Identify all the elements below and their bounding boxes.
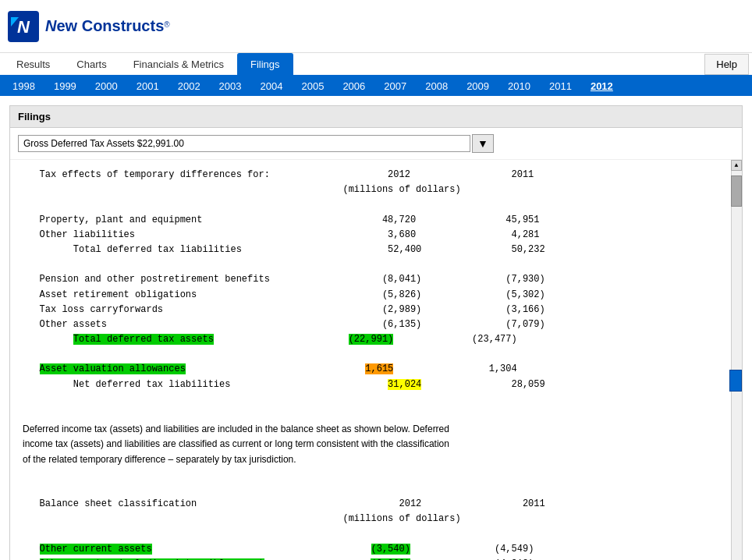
year-2006[interactable]: 2006: [333, 76, 374, 96]
filings-content[interactable]: Tax effects of temporary differences for…: [10, 160, 742, 560]
logo-text: New Constructs®: [45, 17, 170, 35]
filings-dropdown-row: Gross Deferred Tax Assets $22,991.00 ▼: [10, 128, 742, 160]
line-header2: (millions of dollars): [23, 183, 729, 197]
paragraph1: Deferred income tax (assets) and liabili…: [23, 422, 729, 467]
line-blank3: [23, 347, 729, 362]
tab-filings[interactable]: Filings: [237, 53, 293, 75]
filings-container: Filings Gross Deferred Tax Assets $22,99…: [9, 105, 743, 560]
year-2000[interactable]: 2000: [86, 76, 127, 96]
year-tabs: 1998 1999 2000 2001 2002 2003 2004 2005 …: [0, 76, 752, 96]
year-2001[interactable]: 2001: [127, 76, 168, 96]
nav-tabs: Results Charts Financials & Metrics Fili…: [0, 53, 752, 76]
line-total-dta: Total deferred tax assets (22,991) (23,4…: [23, 332, 729, 347]
svg-text:N: N: [17, 17, 30, 37]
line-bs-header2: (millions of dollars): [23, 512, 729, 526]
year-2009[interactable]: 2009: [457, 76, 498, 96]
help-button[interactable]: Help: [704, 54, 749, 75]
year-2005[interactable]: 2005: [292, 76, 333, 96]
year-2010[interactable]: 2010: [498, 76, 540, 96]
year-2012[interactable]: 2012: [581, 76, 623, 96]
line-blank6: [23, 467, 729, 482]
year-1998[interactable]: 1998: [3, 76, 44, 96]
scrollbar-track[interactable]: ▲ ▼: [731, 160, 742, 560]
line-ppe: Property, plant and equipment 48,720 45,…: [23, 213, 729, 228]
logo-icon: N: [8, 11, 39, 42]
line-other-liab: Other liabilities 3,680 4,281: [23, 228, 729, 243]
dropdown-button[interactable]: ▼: [472, 134, 494, 153]
line-header1: Tax effects of temporary differences for…: [23, 168, 729, 183]
tab-financials[interactable]: Financials & Metrics: [120, 53, 237, 75]
line-blank5: [23, 407, 729, 422]
line-ava: Asset valuation allowances 1,615 1,304: [23, 362, 729, 377]
line-blank8: [23, 527, 729, 542]
filings-dropdown[interactable]: Gross Deferred Tax Assets $22,991.00: [18, 135, 470, 152]
tab-results[interactable]: Results: [3, 53, 63, 75]
line-oca: Other current assets (3,540) (4,549): [23, 542, 729, 557]
line-blank2: [23, 257, 729, 272]
year-2004[interactable]: 2004: [251, 76, 293, 96]
scrollbar-thumb[interactable]: [731, 175, 742, 207]
year-2008[interactable]: 2008: [416, 76, 457, 96]
line-ndtl: Net deferred tax liabilities 31,024 28,0…: [23, 377, 729, 392]
year-2003[interactable]: 2003: [210, 76, 251, 96]
scroll-blue-indicator[interactable]: [729, 370, 742, 392]
scroll-up-button[interactable]: ▲: [731, 160, 742, 171]
year-2007[interactable]: 2007: [374, 76, 416, 96]
line-blank1: [23, 197, 729, 212]
year-2002[interactable]: 2002: [168, 76, 210, 96]
line-aro: Asset retirement obligations (5,826) (5,…: [23, 288, 729, 303]
logo-area: N New Constructs®: [0, 0, 752, 53]
line-bs-header: Balance sheet classification 2012 2011: [23, 497, 729, 512]
line-oa-intang: Other assets, including intangibles, net…: [23, 557, 729, 560]
filings-header: Filings: [10, 106, 742, 128]
year-1999[interactable]: 1999: [44, 76, 86, 96]
year-2011[interactable]: 2011: [540, 76, 581, 96]
tab-charts[interactable]: Charts: [63, 53, 119, 75]
line-blank4: [23, 392, 729, 407]
line-tax-loss: Tax loss carryforwards (2,989) (3,166): [23, 303, 729, 317]
line-blank7: [23, 482, 729, 497]
line-total-dtl: Total deferred tax liabilities 52,400 50…: [23, 243, 729, 257]
line-pension: Pension and other postretirement benefit…: [23, 272, 729, 287]
line-other-assets: Other assets (6,135) (7,079): [23, 317, 729, 332]
